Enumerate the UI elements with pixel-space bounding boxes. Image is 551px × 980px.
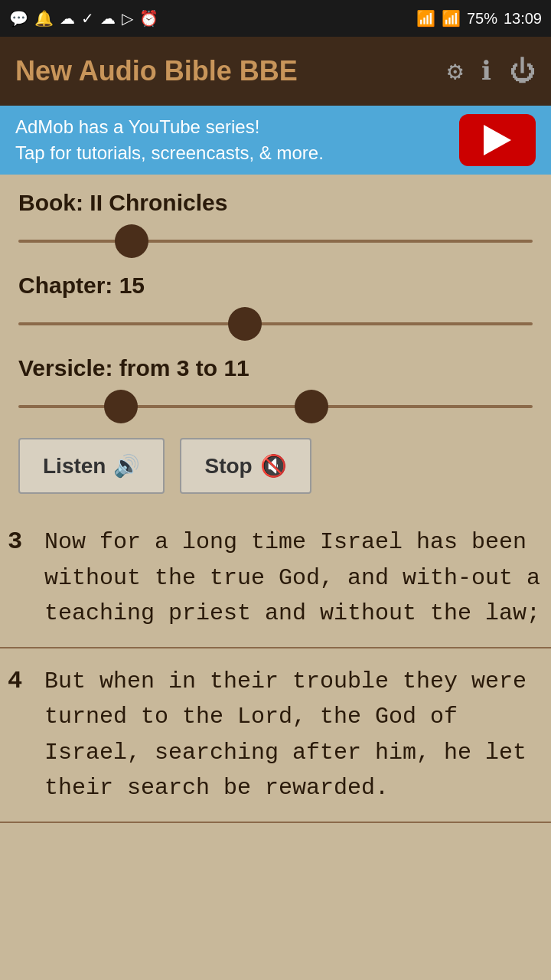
whatsapp-icon: 💬 xyxy=(9,9,28,28)
versicle-slider-track xyxy=(18,405,533,408)
cloud2-icon: ☁ xyxy=(100,9,116,28)
verse-text-3: Now for a long time Israel has been with… xyxy=(44,524,543,632)
verse-3: 3 Now for a long time Israel has been wi… xyxy=(0,509,551,648)
status-left-icons: 💬 🔔 ☁ ✓ ☁ ▷ ⏰ xyxy=(9,9,158,28)
book-slider[interactable] xyxy=(18,222,533,260)
youtube-button[interactable] xyxy=(459,114,536,166)
check-icon: ✓ xyxy=(81,9,94,28)
ad-line2: Tap for tutorials, screencasts, & more. xyxy=(15,140,324,166)
app-bar-icons: ⚙ ℹ ⏻ xyxy=(448,55,536,87)
stop-label: Stop xyxy=(204,454,252,479)
info-icon[interactable]: ℹ xyxy=(481,55,491,87)
app-bar: New Audio Bible BBE ⚙ ℹ ⏻ xyxy=(0,37,551,106)
chapter-slider-thumb[interactable] xyxy=(228,307,262,341)
versicle-slider-thumb-end[interactable] xyxy=(295,390,328,423)
youtube-play-icon xyxy=(484,125,511,155)
verse-4: 4 But when in their trouble they were tu… xyxy=(0,648,551,823)
cloud-icon: ☁ xyxy=(60,9,75,28)
verse-number-4: 4 xyxy=(8,664,44,695)
versicle-label: Versicle: from 3 to 11 xyxy=(18,355,533,381)
alarm-icon: ⏰ xyxy=(139,9,158,28)
play-icon: ▷ xyxy=(122,9,133,28)
listen-button[interactable]: Listen 🔊 xyxy=(18,438,165,494)
verse-text-4: But when in their trouble they were turn… xyxy=(44,664,543,806)
listen-label: Listen xyxy=(43,454,106,479)
settings-icon[interactable]: ⚙ xyxy=(448,55,463,87)
versicle-slider[interactable] xyxy=(18,387,533,426)
app-title: New Audio Bible BBE xyxy=(15,55,298,87)
power-icon[interactable]: ⏻ xyxy=(510,56,536,87)
listen-icon: 🔊 xyxy=(113,453,140,479)
chapter-label: Chapter: 15 xyxy=(18,273,533,299)
book-label: Book: II Chronicles xyxy=(18,190,533,216)
chapter-slider-track xyxy=(18,322,533,325)
chapter-slider[interactable] xyxy=(18,305,533,343)
signal-icon: 📶 xyxy=(442,9,461,28)
ad-banner[interactable]: AdMob has a YouTube series! Tap for tuto… xyxy=(0,106,551,175)
playback-buttons: Listen 🔊 Stop 🔇 xyxy=(18,438,533,494)
battery-level: 75% xyxy=(467,10,497,28)
verse-number-3: 3 xyxy=(8,524,44,556)
wifi-icon: 📶 xyxy=(416,9,435,28)
status-right-info: 📶 📶 75% 13:09 xyxy=(416,9,542,28)
book-slider-thumb[interactable] xyxy=(115,224,148,258)
stop-icon: 🔇 xyxy=(260,453,287,479)
scripture-container: 3 Now for a long time Israel has been wi… xyxy=(0,509,551,823)
status-bar: 💬 🔔 ☁ ✓ ☁ ▷ ⏰ 📶 📶 75% 13:09 xyxy=(0,0,551,37)
ad-line1: AdMob has a YouTube series! xyxy=(15,114,324,140)
ad-text: AdMob has a YouTube series! Tap for tuto… xyxy=(15,114,324,165)
clock: 13:09 xyxy=(504,10,542,28)
stop-button[interactable]: Stop 🔇 xyxy=(180,438,311,494)
versicle-slider-thumb-start[interactable] xyxy=(104,390,138,423)
book-slider-track xyxy=(18,240,533,243)
controls-panel: Book: II Chronicles Chapter: 15 Versicle… xyxy=(0,175,551,509)
notification-icon: 🔔 xyxy=(34,9,54,28)
